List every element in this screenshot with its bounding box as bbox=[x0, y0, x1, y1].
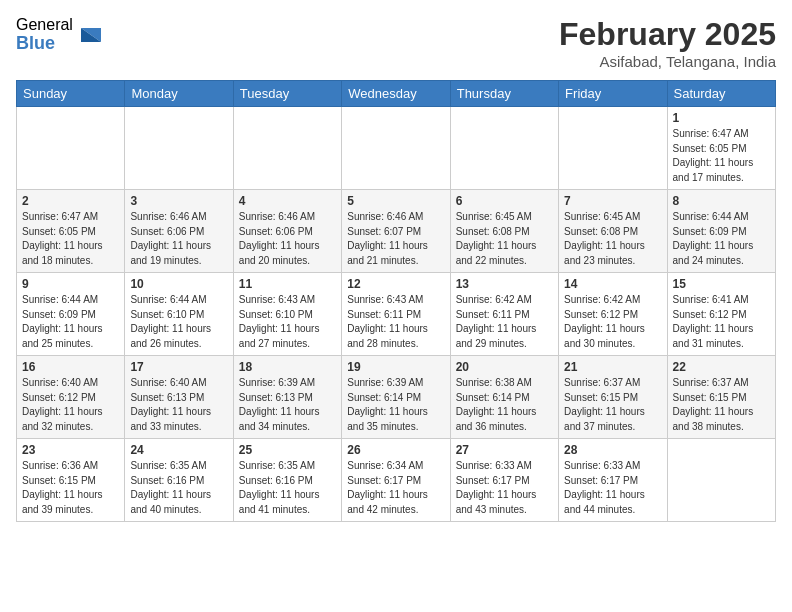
calendar-cell: 10Sunrise: 6:44 AM Sunset: 6:10 PM Dayli… bbox=[125, 273, 233, 356]
day-info: Sunrise: 6:46 AM Sunset: 6:07 PM Dayligh… bbox=[347, 210, 444, 268]
page-header: General Blue February 2025 Asifabad, Tel… bbox=[16, 16, 776, 70]
calendar-cell bbox=[342, 107, 450, 190]
calendar-table: SundayMondayTuesdayWednesdayThursdayFrid… bbox=[16, 80, 776, 522]
weekday-header-thursday: Thursday bbox=[450, 81, 558, 107]
day-info: Sunrise: 6:37 AM Sunset: 6:15 PM Dayligh… bbox=[564, 376, 661, 434]
day-info: Sunrise: 6:36 AM Sunset: 6:15 PM Dayligh… bbox=[22, 459, 119, 517]
calendar-cell bbox=[17, 107, 125, 190]
weekday-header-saturday: Saturday bbox=[667, 81, 775, 107]
day-number: 27 bbox=[456, 443, 553, 457]
calendar-cell: 28Sunrise: 6:33 AM Sunset: 6:17 PM Dayli… bbox=[559, 439, 667, 522]
day-number: 26 bbox=[347, 443, 444, 457]
day-number: 8 bbox=[673, 194, 770, 208]
day-number: 20 bbox=[456, 360, 553, 374]
calendar-cell bbox=[559, 107, 667, 190]
calendar-cell: 17Sunrise: 6:40 AM Sunset: 6:13 PM Dayli… bbox=[125, 356, 233, 439]
day-number: 23 bbox=[22, 443, 119, 457]
calendar-cell: 1Sunrise: 6:47 AM Sunset: 6:05 PM Daylig… bbox=[667, 107, 775, 190]
day-number: 19 bbox=[347, 360, 444, 374]
day-number: 15 bbox=[673, 277, 770, 291]
day-info: Sunrise: 6:35 AM Sunset: 6:16 PM Dayligh… bbox=[130, 459, 227, 517]
calendar-cell bbox=[233, 107, 341, 190]
day-number: 2 bbox=[22, 194, 119, 208]
calendar-cell: 22Sunrise: 6:37 AM Sunset: 6:15 PM Dayli… bbox=[667, 356, 775, 439]
calendar-cell: 16Sunrise: 6:40 AM Sunset: 6:12 PM Dayli… bbox=[17, 356, 125, 439]
day-number: 12 bbox=[347, 277, 444, 291]
calendar-cell: 25Sunrise: 6:35 AM Sunset: 6:16 PM Dayli… bbox=[233, 439, 341, 522]
calendar-week-row: 2Sunrise: 6:47 AM Sunset: 6:05 PM Daylig… bbox=[17, 190, 776, 273]
weekday-header-row: SundayMondayTuesdayWednesdayThursdayFrid… bbox=[17, 81, 776, 107]
calendar-week-row: 9Sunrise: 6:44 AM Sunset: 6:09 PM Daylig… bbox=[17, 273, 776, 356]
logo: General Blue bbox=[16, 16, 103, 53]
day-number: 14 bbox=[564, 277, 661, 291]
calendar-cell: 26Sunrise: 6:34 AM Sunset: 6:17 PM Dayli… bbox=[342, 439, 450, 522]
calendar-cell: 20Sunrise: 6:38 AM Sunset: 6:14 PM Dayli… bbox=[450, 356, 558, 439]
day-number: 7 bbox=[564, 194, 661, 208]
day-info: Sunrise: 6:40 AM Sunset: 6:12 PM Dayligh… bbox=[22, 376, 119, 434]
calendar-week-row: 16Sunrise: 6:40 AM Sunset: 6:12 PM Dayli… bbox=[17, 356, 776, 439]
day-number: 4 bbox=[239, 194, 336, 208]
calendar-cell: 2Sunrise: 6:47 AM Sunset: 6:05 PM Daylig… bbox=[17, 190, 125, 273]
day-number: 22 bbox=[673, 360, 770, 374]
day-info: Sunrise: 6:42 AM Sunset: 6:12 PM Dayligh… bbox=[564, 293, 661, 351]
weekday-header-tuesday: Tuesday bbox=[233, 81, 341, 107]
day-info: Sunrise: 6:43 AM Sunset: 6:11 PM Dayligh… bbox=[347, 293, 444, 351]
day-info: Sunrise: 6:40 AM Sunset: 6:13 PM Dayligh… bbox=[130, 376, 227, 434]
weekday-header-sunday: Sunday bbox=[17, 81, 125, 107]
day-number: 6 bbox=[456, 194, 553, 208]
day-info: Sunrise: 6:45 AM Sunset: 6:08 PM Dayligh… bbox=[564, 210, 661, 268]
day-number: 18 bbox=[239, 360, 336, 374]
day-info: Sunrise: 6:39 AM Sunset: 6:13 PM Dayligh… bbox=[239, 376, 336, 434]
day-number: 17 bbox=[130, 360, 227, 374]
day-info: Sunrise: 6:45 AM Sunset: 6:08 PM Dayligh… bbox=[456, 210, 553, 268]
day-info: Sunrise: 6:38 AM Sunset: 6:14 PM Dayligh… bbox=[456, 376, 553, 434]
day-info: Sunrise: 6:39 AM Sunset: 6:14 PM Dayligh… bbox=[347, 376, 444, 434]
logo-blue: Blue bbox=[16, 34, 73, 54]
day-info: Sunrise: 6:47 AM Sunset: 6:05 PM Dayligh… bbox=[22, 210, 119, 268]
calendar-cell: 23Sunrise: 6:36 AM Sunset: 6:15 PM Dayli… bbox=[17, 439, 125, 522]
calendar-cell: 19Sunrise: 6:39 AM Sunset: 6:14 PM Dayli… bbox=[342, 356, 450, 439]
calendar-cell bbox=[125, 107, 233, 190]
calendar-week-row: 1Sunrise: 6:47 AM Sunset: 6:05 PM Daylig… bbox=[17, 107, 776, 190]
day-info: Sunrise: 6:44 AM Sunset: 6:10 PM Dayligh… bbox=[130, 293, 227, 351]
day-info: Sunrise: 6:37 AM Sunset: 6:15 PM Dayligh… bbox=[673, 376, 770, 434]
day-number: 13 bbox=[456, 277, 553, 291]
day-number: 1 bbox=[673, 111, 770, 125]
calendar-cell: 14Sunrise: 6:42 AM Sunset: 6:12 PM Dayli… bbox=[559, 273, 667, 356]
calendar-cell: 13Sunrise: 6:42 AM Sunset: 6:11 PM Dayli… bbox=[450, 273, 558, 356]
calendar-cell: 24Sunrise: 6:35 AM Sunset: 6:16 PM Dayli… bbox=[125, 439, 233, 522]
calendar-cell: 18Sunrise: 6:39 AM Sunset: 6:13 PM Dayli… bbox=[233, 356, 341, 439]
calendar-week-row: 23Sunrise: 6:36 AM Sunset: 6:15 PM Dayli… bbox=[17, 439, 776, 522]
calendar-cell: 9Sunrise: 6:44 AM Sunset: 6:09 PM Daylig… bbox=[17, 273, 125, 356]
day-number: 10 bbox=[130, 277, 227, 291]
calendar-cell: 12Sunrise: 6:43 AM Sunset: 6:11 PM Dayli… bbox=[342, 273, 450, 356]
weekday-header-monday: Monday bbox=[125, 81, 233, 107]
logo-icon bbox=[73, 20, 103, 50]
day-info: Sunrise: 6:46 AM Sunset: 6:06 PM Dayligh… bbox=[239, 210, 336, 268]
calendar-cell: 6Sunrise: 6:45 AM Sunset: 6:08 PM Daylig… bbox=[450, 190, 558, 273]
weekday-header-wednesday: Wednesday bbox=[342, 81, 450, 107]
calendar-cell bbox=[667, 439, 775, 522]
day-number: 5 bbox=[347, 194, 444, 208]
calendar-cell: 7Sunrise: 6:45 AM Sunset: 6:08 PM Daylig… bbox=[559, 190, 667, 273]
day-info: Sunrise: 6:44 AM Sunset: 6:09 PM Dayligh… bbox=[673, 210, 770, 268]
calendar-cell: 11Sunrise: 6:43 AM Sunset: 6:10 PM Dayli… bbox=[233, 273, 341, 356]
day-number: 28 bbox=[564, 443, 661, 457]
day-info: Sunrise: 6:41 AM Sunset: 6:12 PM Dayligh… bbox=[673, 293, 770, 351]
day-info: Sunrise: 6:35 AM Sunset: 6:16 PM Dayligh… bbox=[239, 459, 336, 517]
calendar-cell: 3Sunrise: 6:46 AM Sunset: 6:06 PM Daylig… bbox=[125, 190, 233, 273]
day-number: 11 bbox=[239, 277, 336, 291]
day-number: 3 bbox=[130, 194, 227, 208]
calendar-cell: 8Sunrise: 6:44 AM Sunset: 6:09 PM Daylig… bbox=[667, 190, 775, 273]
calendar-cell: 21Sunrise: 6:37 AM Sunset: 6:15 PM Dayli… bbox=[559, 356, 667, 439]
day-info: Sunrise: 6:34 AM Sunset: 6:17 PM Dayligh… bbox=[347, 459, 444, 517]
calendar-cell bbox=[450, 107, 558, 190]
calendar-cell: 15Sunrise: 6:41 AM Sunset: 6:12 PM Dayli… bbox=[667, 273, 775, 356]
day-info: Sunrise: 6:46 AM Sunset: 6:06 PM Dayligh… bbox=[130, 210, 227, 268]
day-number: 21 bbox=[564, 360, 661, 374]
day-info: Sunrise: 6:33 AM Sunset: 6:17 PM Dayligh… bbox=[456, 459, 553, 517]
day-number: 9 bbox=[22, 277, 119, 291]
day-info: Sunrise: 6:33 AM Sunset: 6:17 PM Dayligh… bbox=[564, 459, 661, 517]
weekday-header-friday: Friday bbox=[559, 81, 667, 107]
day-number: 24 bbox=[130, 443, 227, 457]
